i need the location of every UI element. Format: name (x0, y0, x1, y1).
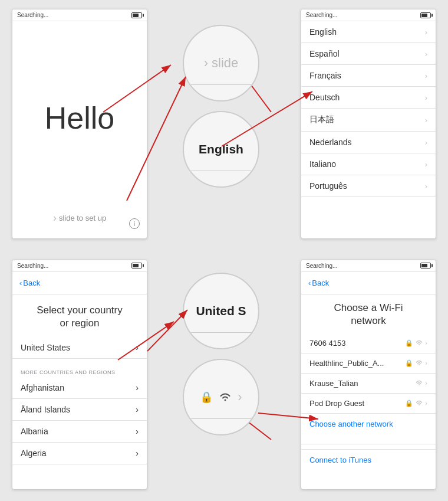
country-title-text: Select your countryor region (37, 304, 123, 329)
bottom-right-quadrant: Searching... ‹ Back Choose a Wi-Finetwor… (224, 251, 448, 502)
wifi-screen-title: Choose a Wi-Finetwork (301, 294, 436, 333)
svg-line-7 (241, 416, 271, 440)
chevron-left-icon: ‹ (19, 279, 22, 287)
lang-label-francais: Français (309, 71, 341, 80)
lock-icon: 🔒 (405, 400, 413, 407)
hello-screen: Searching... Hello › slide to set up i (12, 9, 147, 239)
lang-item-nederlands[interactable]: Nederlands › (301, 132, 436, 153)
wifi-signal-icon (415, 379, 423, 387)
chevron-right-icon: › (425, 28, 427, 37)
wifi-icons-7606: 🔒 › (405, 339, 427, 347)
country-item-aland[interactable]: Åland Islands › (12, 399, 147, 421)
chevron-right-icon: › (425, 50, 427, 58)
top-left-quadrant: Searching... Hello › slide to set up i (0, 0, 224, 251)
wifi-item-7606[interactable]: 7606 4153 🔒 › (301, 333, 436, 353)
wifi-item-krause[interactable]: Krause_Talian › (301, 374, 436, 394)
slide-text: slide to set up (59, 214, 106, 222)
country-item-algeria[interactable]: Algeria › (12, 443, 147, 464)
hello-status-text: Searching... (17, 12, 48, 18)
lang-label-nederlands: Nederlands (309, 137, 352, 147)
battery-icon (131, 12, 142, 18)
country-status-text: Searching... (17, 263, 48, 269)
wifi-nav-bar: ‹ Back (301, 272, 436, 294)
language-status-text: Searching... (306, 12, 337, 18)
hello-title: Hello (45, 100, 115, 136)
lang-label-english: English (309, 27, 337, 37)
lang-label-italiano: Italiano (309, 159, 336, 169)
country-item-us[interactable]: United States › (12, 337, 147, 359)
country-label-afghanistan: Afghanistan (21, 383, 64, 392)
lang-item-japanese[interactable]: 日本語 › (301, 109, 436, 132)
country-item-albania[interactable]: Albania › (12, 421, 147, 443)
hello-body: Hello › slide to set up i (12, 21, 147, 238)
country-nav-bar: ‹ Back (12, 272, 147, 294)
wifi-back-label: Back (312, 279, 329, 287)
chevron-right-icon: › (425, 93, 427, 102)
lang-item-espanol[interactable]: Español › (301, 43, 436, 65)
wifi-item-poddrop[interactable]: Pod Drop Guest 🔒 › (301, 394, 436, 414)
wifi-back-button[interactable]: ‹ Back (308, 279, 329, 287)
chevron-right-icon: › (136, 343, 139, 352)
wifi-icons-krause: › (415, 379, 427, 387)
language-list: English › Español › Français › Deutsch ›… (301, 21, 436, 197)
top-right-quadrant: Searching... English › Español › Françai… (224, 0, 448, 251)
bottom-left-quadrant: Searching... ‹ Back Select your countryo… (0, 251, 224, 502)
slide-to-setup[interactable]: › slide to set up (12, 212, 147, 224)
chevron-right-icon: › (136, 405, 139, 414)
info-button[interactable]: i (129, 218, 140, 229)
wifi-status-bar: Searching... (301, 260, 436, 272)
lang-label-espanol: Español (309, 49, 340, 58)
lang-label-japanese: 日本語 (309, 114, 334, 125)
chevron-right-icon: › (425, 160, 427, 169)
wifi-signal-icon (415, 399, 423, 407)
wifi-screen: Searching... ‹ Back Choose a Wi-Finetwor… (301, 260, 436, 490)
chevron-right-icon: › (425, 71, 427, 80)
chevron-left-icon: ‹ (308, 279, 311, 287)
wifi-item-healthlinc[interactable]: Healthlinc_Public_A... 🔒 › (301, 353, 436, 374)
country-label-aland: Åland Islands (21, 405, 70, 414)
country-back-button[interactable]: ‹ Back (19, 279, 40, 287)
choose-another-network-link[interactable]: Choose another network (301, 414, 436, 434)
lang-item-italiano[interactable]: Italiano › (301, 153, 436, 175)
wifi-signal-icon (415, 339, 423, 347)
wifi-name-poddrop: Pod Drop Guest (309, 399, 364, 408)
lang-item-english[interactable]: English › (301, 21, 436, 43)
info-icon: i (134, 220, 135, 227)
country-label-algeria: Algeria (21, 448, 47, 458)
lock-icon: 🔒 (405, 359, 413, 367)
chevron-right-icon: › (136, 427, 139, 436)
chevron-right-icon: › (136, 383, 139, 392)
chevron-right-icon: › (425, 400, 427, 407)
country-screen: Searching... ‹ Back Select your countryo… (12, 260, 147, 490)
chevron-right-icon: › (425, 138, 427, 147)
wifi-name-healthlinc: Healthlinc_Public_A... (309, 359, 384, 368)
lang-label-portugues: Português (309, 181, 347, 191)
wifi-icons-poddrop: 🔒 › (405, 399, 427, 407)
wifi-name-krause: Krause_Talian (309, 379, 358, 388)
chevron-right-icon: › (425, 116, 427, 125)
wifi-status-text: Searching... (306, 263, 337, 269)
lang-item-francais[interactable]: Français › (301, 65, 436, 87)
svg-line-3 (241, 71, 271, 112)
more-countries-header: MORE COUNTRIES AND REGIONS (12, 366, 147, 377)
lang-label-deutsch: Deutsch (309, 93, 340, 102)
wifi-battery-icon (420, 263, 431, 268)
country-status-bar: Searching... (12, 260, 147, 272)
back-label: Back (23, 279, 40, 287)
chevron-right-icon: › (425, 379, 427, 387)
language-battery-icon (420, 12, 431, 18)
wifi-name-7606: 7606 4153 (309, 339, 345, 348)
country-battery-icon (131, 263, 142, 268)
country-label-albania: Albania (21, 427, 48, 436)
country-item-afghanistan[interactable]: Afghanistan › (12, 377, 147, 399)
chevron-right-icon: › (136, 448, 139, 458)
connect-itunes-link[interactable]: Connect to iTunes (301, 449, 436, 470)
wifi-signal-icon (415, 359, 423, 367)
lang-item-portugues[interactable]: Português › (301, 175, 436, 197)
wifi-icons-healthlinc: 🔒 › (405, 359, 427, 367)
lock-icon: 🔒 (405, 339, 413, 347)
country-label-us: United States (21, 343, 70, 352)
chevron-right-icon: › (425, 359, 427, 366)
lang-item-deutsch[interactable]: Deutsch › (301, 87, 436, 109)
chevron-right-icon: › (53, 212, 57, 224)
